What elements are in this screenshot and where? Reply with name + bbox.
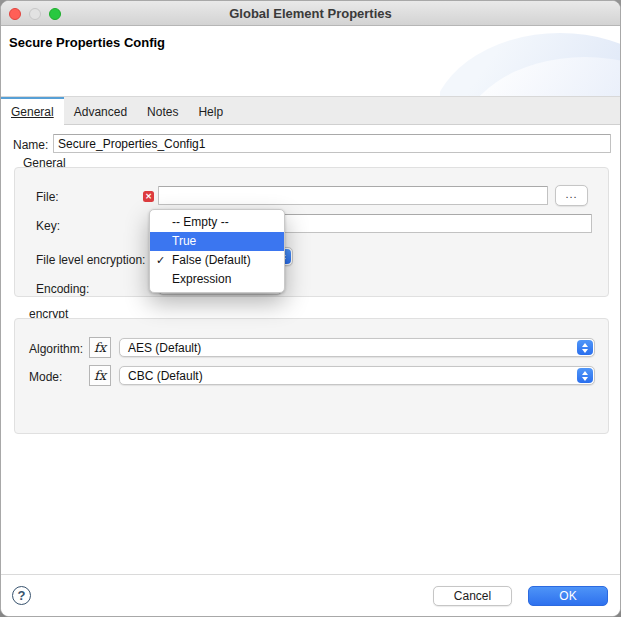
file-level-encryption-menu: -- Empty -- True ✓ False (Default) Expre…: [149, 209, 285, 293]
cancel-button[interactable]: Cancel: [433, 586, 512, 606]
menu-item-expression[interactable]: Expression: [150, 270, 284, 289]
browse-button[interactable]: ...: [555, 185, 588, 206]
dialog-content: Name: General File: ✕ ... Key: File leve…: [1, 126, 620, 574]
menu-item-false-default[interactable]: ✓ False (Default): [150, 251, 284, 270]
tab-advanced[interactable]: Advanced: [64, 97, 137, 124]
name-label: Name:: [13, 138, 48, 152]
error-icon: ✕: [143, 191, 154, 202]
ok-button[interactable]: OK: [528, 586, 608, 606]
menu-item-true[interactable]: True: [150, 232, 284, 251]
help-button[interactable]: ?: [12, 586, 31, 605]
stepper-icon: [577, 340, 593, 355]
tab-bar: General Advanced Notes Help: [1, 96, 620, 125]
mode-select[interactable]: CBC (Default): [119, 366, 595, 385]
mode-value: CBC (Default): [128, 369, 203, 383]
dialog-footer: ? Cancel OK: [1, 574, 620, 616]
algorithm-fx-button[interactable]: fx: [89, 337, 111, 358]
dialog-header: Secure Properties Config: [1, 27, 620, 96]
menu-item-empty[interactable]: -- Empty --: [150, 213, 284, 232]
header-decoration: [440, 27, 620, 96]
mode-fx-button[interactable]: fx: [89, 365, 111, 386]
tab-general[interactable]: General: [1, 97, 64, 125]
algorithm-value: AES (Default): [128, 341, 201, 355]
checkmark-icon: ✓: [156, 251, 165, 270]
tab-notes[interactable]: Notes: [137, 97, 188, 124]
mode-label: Mode:: [29, 370, 62, 384]
file-input[interactable]: [158, 186, 548, 205]
page-title: Secure Properties Config: [9, 35, 165, 50]
titlebar: Global Element Properties: [1, 1, 620, 26]
algorithm-label: Algorithm:: [29, 342, 83, 356]
window-title: Global Element Properties: [1, 1, 620, 26]
stepper-icon: [577, 368, 593, 383]
tab-help[interactable]: Help: [188, 97, 233, 124]
algorithm-select[interactable]: AES (Default): [119, 338, 595, 357]
key-label: Key:: [36, 219, 60, 233]
file-label: File:: [36, 190, 59, 204]
name-input[interactable]: [53, 134, 611, 153]
global-element-properties-dialog: Global Element Properties Secure Propert…: [0, 0, 621, 617]
encoding-label: Encoding:: [36, 282, 89, 296]
file-level-encryption-label: File level encryption:: [36, 253, 145, 267]
